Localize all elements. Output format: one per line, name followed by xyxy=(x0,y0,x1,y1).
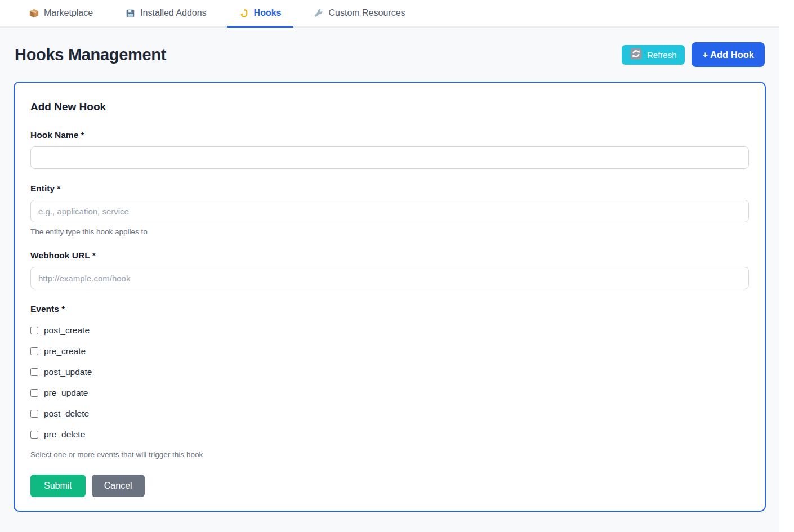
event-checkbox-pre-update[interactable] xyxy=(30,389,38,397)
tab-marketplace[interactable]: Marketplace xyxy=(17,0,105,28)
refresh-button[interactable]: Refresh xyxy=(622,45,685,65)
wrench-icon xyxy=(314,8,323,18)
page-title: Hooks Management xyxy=(15,46,166,64)
entity-label: Entity * xyxy=(30,184,749,194)
event-checkbox-label: post_update xyxy=(44,367,92,377)
form-actions: Submit Cancel xyxy=(30,475,749,497)
event-checkbox-pre-create[interactable] xyxy=(30,347,38,355)
tab-label: Marketplace xyxy=(44,8,93,18)
tab-label: Hooks xyxy=(254,8,282,18)
entity-input[interactable] xyxy=(30,200,749,222)
hook-name-input[interactable] xyxy=(30,146,749,169)
hook-name-label: Hook Name * xyxy=(30,130,749,140)
event-checkbox-post-create[interactable] xyxy=(30,327,38,334)
refresh-button-label: Refresh xyxy=(647,50,677,60)
event-checkbox-label: post_delete xyxy=(44,409,89,419)
tab-label: Custom Resources xyxy=(328,8,405,18)
event-checkbox-label: pre_delete xyxy=(44,430,85,440)
event-checkbox-pre-delete[interactable] xyxy=(30,431,38,439)
entity-group: Entity * The entity type this hook appli… xyxy=(30,184,749,236)
event-checkbox-row-post-update[interactable]: post_update xyxy=(30,367,92,377)
hook-icon xyxy=(239,8,249,18)
webhook-url-label: Webhook URL * xyxy=(30,251,749,261)
top-nav: Marketplace Installed Addons Hooks xyxy=(0,0,779,28)
cancel-button[interactable]: Cancel xyxy=(92,475,145,497)
hook-name-group: Hook Name * xyxy=(30,130,749,169)
content-area: Hooks Management Refresh + Add Hoo xyxy=(0,28,779,532)
refresh-icon xyxy=(630,48,642,61)
tab-hooks[interactable]: Hooks xyxy=(227,0,294,28)
event-checkbox-row-pre-create[interactable]: pre_create xyxy=(30,346,86,356)
floppy-disk-icon xyxy=(126,8,135,18)
add-hook-form-card: Add New Hook Hook Name * Entity * The en… xyxy=(14,82,766,512)
page-header: Hooks Management Refresh + Add Hoo xyxy=(14,42,766,67)
event-checkbox-row-post-create[interactable]: post_create xyxy=(30,325,90,336)
header-actions: Refresh + Add Hook xyxy=(622,42,765,67)
tab-custom-resources[interactable]: Custom Resources xyxy=(301,0,417,28)
event-checkbox-post-delete[interactable] xyxy=(30,410,38,418)
form-title: Add New Hook xyxy=(30,101,749,113)
events-group: Events * post_create pre_create post_upd… xyxy=(30,304,749,459)
events-help-text: Select one or more events that will trig… xyxy=(30,450,749,459)
webhook-url-input[interactable] xyxy=(30,267,749,289)
entity-help-text: The entity type this hook applies to xyxy=(30,227,749,236)
event-checkbox-row-pre-delete[interactable]: pre_delete xyxy=(30,430,85,440)
events-label: Events * xyxy=(30,304,749,314)
tab-label: Installed Addons xyxy=(140,8,206,18)
add-hook-button[interactable]: + Add Hook xyxy=(692,42,765,67)
event-checkbox-label: pre_update xyxy=(44,388,88,398)
package-icon xyxy=(29,8,39,18)
event-checkbox-post-update[interactable] xyxy=(30,368,38,376)
event-checkbox-label: post_create xyxy=(44,325,90,336)
submit-button[interactable]: Submit xyxy=(30,475,86,497)
event-checkbox-label: pre_create xyxy=(44,346,86,356)
event-checkbox-row-post-delete[interactable]: post_delete xyxy=(30,409,89,419)
event-checkbox-row-pre-update[interactable]: pre_update xyxy=(30,388,88,398)
app-window: Marketplace Installed Addons Hooks xyxy=(0,0,779,532)
tab-installed-addons[interactable]: Installed Addons xyxy=(113,0,218,28)
webhook-url-group: Webhook URL * xyxy=(30,251,749,289)
